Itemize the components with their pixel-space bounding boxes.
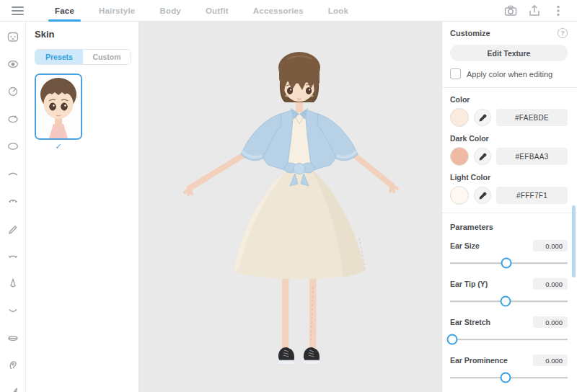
color-label: Color xyxy=(450,95,568,104)
dark-color-swatch[interactable] xyxy=(450,147,469,166)
app-window: Face Hairstyle Body Outfit Accessories L… xyxy=(0,0,577,392)
slider-value-field[interactable]: 0.000 xyxy=(533,355,568,366)
model-viewport[interactable] xyxy=(139,22,441,392)
tab-accessories[interactable]: Accessories xyxy=(241,0,316,22)
eyelash-icon[interactable] xyxy=(4,192,22,210)
dark-color-label: Dark Color xyxy=(450,134,568,143)
eye-highlight-icon[interactable] xyxy=(4,110,22,128)
dark-color-row: #EFBAA3 xyxy=(450,147,568,166)
light-color-hex-field[interactable]: #FFF7F1 xyxy=(496,187,568,204)
slider-track[interactable] xyxy=(450,257,568,270)
eye-white-icon[interactable] xyxy=(4,137,22,156)
dark-color-hex-field[interactable]: #EFBAA3 xyxy=(496,148,568,165)
face-icon[interactable] xyxy=(4,27,22,46)
apply-color-checkbox-row[interactable]: Apply color when editing xyxy=(450,68,568,79)
tab-outfit[interactable]: Outfit xyxy=(193,0,241,22)
export-icon[interactable] xyxy=(527,4,542,18)
slider-ear-stretch: Ear Stretch 0.000 xyxy=(450,316,568,346)
light-color-row: #FFF7F1 xyxy=(450,186,568,205)
tab-face[interactable]: Face xyxy=(43,0,87,22)
divider xyxy=(442,87,577,88)
hamburger-menu-icon[interactable] xyxy=(8,4,27,18)
light-color-swatch[interactable] xyxy=(450,186,469,205)
customize-title: Customize xyxy=(450,29,490,37)
tab-body[interactable]: Body xyxy=(147,0,193,22)
kebab-menu-icon[interactable] xyxy=(551,4,565,18)
skin-preset-thumbnail[interactable] xyxy=(35,74,82,140)
apply-color-checkbox[interactable] xyxy=(450,68,461,79)
skin-panel: Skin Presets Custom xyxy=(26,22,139,392)
eyedropper-icon[interactable] xyxy=(474,148,491,165)
nose-icon[interactable] xyxy=(4,274,22,293)
divider xyxy=(442,213,577,213)
main-tabs: Face Hairstyle Body Outfit Accessories L… xyxy=(43,0,361,22)
slider-handle[interactable] xyxy=(500,373,511,383)
slider-value-field[interactable]: 0.000 xyxy=(533,240,568,251)
face-parts-sidebar: ? xyxy=(0,22,26,392)
eyedropper-icon[interactable] xyxy=(474,187,491,204)
tab-custom[interactable]: Custom xyxy=(83,50,131,64)
eyedropper-icon[interactable] xyxy=(474,109,491,126)
slider-handle[interactable] xyxy=(447,334,458,345)
eyelid-icon[interactable] xyxy=(4,246,22,265)
tab-presets[interactable]: Presets xyxy=(35,50,83,64)
edit-texture-button[interactable]: Edit Texture xyxy=(450,45,568,61)
mouth-icon[interactable] xyxy=(4,301,22,320)
eyeliner-icon[interactable] xyxy=(4,219,22,238)
slider-handle[interactable] xyxy=(500,296,511,307)
main-area: ? Skin Presets Custom xyxy=(0,22,577,392)
eyebrow-icon[interactable] xyxy=(4,164,22,183)
slider-value-field[interactable]: 0.000 xyxy=(533,278,568,290)
makeup-brush-icon[interactable] xyxy=(4,383,22,392)
presets-custom-switch: Presets Custom xyxy=(35,49,131,65)
panel-title: Skin xyxy=(35,29,131,40)
tab-look[interactable]: Look xyxy=(316,0,361,22)
slider-track[interactable] xyxy=(450,371,568,384)
ear-icon[interactable] xyxy=(4,356,22,375)
slider-ear-prominence: Ear Prominence 0.000 xyxy=(450,355,568,384)
panel-scrollbar[interactable] xyxy=(572,205,576,277)
character-model xyxy=(139,22,441,392)
color-hex-field[interactable]: #FAEBDE xyxy=(496,109,568,126)
help-icon[interactable]: ? xyxy=(558,28,568,38)
camera-icon[interactable] xyxy=(503,4,518,18)
parameters-title: Parameters xyxy=(450,223,568,231)
tab-hairstyle[interactable]: Hairstyle xyxy=(87,0,147,22)
iris-icon[interactable] xyxy=(4,82,22,101)
customize-panel: Customize ? Edit Texture Apply color whe… xyxy=(441,22,577,392)
color-swatch[interactable] xyxy=(450,108,469,127)
slider-ear-tip-y: Ear Tip (Y) 0.000 xyxy=(450,278,568,308)
preset-selected-check-icon: ✓ xyxy=(35,142,82,151)
apply-color-label: Apply color when editing xyxy=(467,70,552,79)
slider-track[interactable] xyxy=(450,333,568,346)
lips-icon[interactable] xyxy=(4,329,22,347)
slider-value-field[interactable]: 0.000 xyxy=(533,316,568,328)
slider-ear-size: Ear Size 0.000 xyxy=(450,240,568,270)
light-color-label: Light Color xyxy=(450,173,568,182)
color-row: #FAEBDE xyxy=(450,108,568,127)
slider-track[interactable] xyxy=(450,295,568,308)
topbar-actions xyxy=(503,4,577,18)
slider-handle[interactable] xyxy=(501,258,512,269)
top-bar: Face Hairstyle Body Outfit Accessories L… xyxy=(0,0,577,22)
eye-icon[interactable] xyxy=(4,55,22,74)
